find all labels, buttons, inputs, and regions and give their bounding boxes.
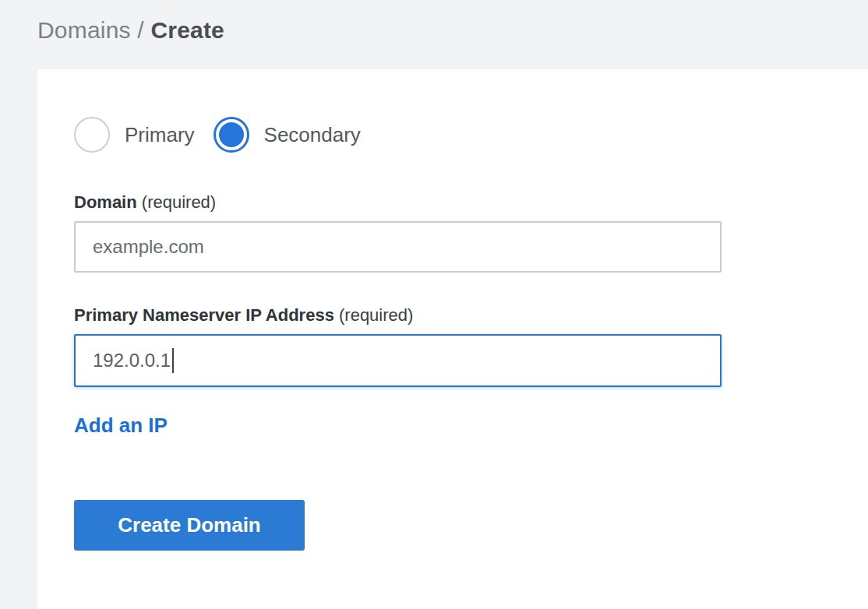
radio-option-primary[interactable]: Primary	[74, 117, 195, 153]
radio-primary-circle-icon[interactable]	[74, 117, 110, 153]
breadcrumb: Domains / Create	[37, 17, 224, 44]
radio-secondary-circle-icon[interactable]	[213, 117, 249, 153]
radio-secondary-label: Secondary	[264, 123, 361, 147]
domain-field-label: Domain (required)	[74, 192, 868, 213]
domain-input[interactable]	[74, 221, 722, 273]
text-cursor	[172, 348, 174, 373]
content-panel: Primary Secondary Domain (required) Prim…	[37, 69, 868, 609]
domain-field-required-hint: (required)	[142, 192, 216, 212]
ip-field: Primary Nameserver IP Address (required)…	[74, 305, 868, 387]
ip-field-label-text: Primary Nameserver IP Address	[74, 305, 334, 325]
ip-input[interactable]: 192.0.0.1	[74, 334, 722, 387]
ip-input-value: 192.0.0.1	[93, 350, 171, 371]
ip-field-label: Primary Nameserver IP Address (required)	[74, 305, 868, 326]
create-domain-button[interactable]: Create Domain	[74, 500, 305, 551]
ip-field-required-hint: (required)	[339, 305, 413, 325]
domain-field: Domain (required)	[74, 192, 868, 273]
breadcrumb-current-page: Create	[150, 17, 224, 43]
domain-type-radio-group: Primary Secondary	[74, 115, 868, 154]
breadcrumb-domains-link[interactable]: Domains /	[37, 17, 150, 43]
radio-primary-label: Primary	[125, 123, 195, 147]
add-ip-link[interactable]: Add an IP	[74, 414, 168, 438]
radio-option-secondary[interactable]: Secondary	[213, 117, 361, 153]
domain-field-label-text: Domain	[74, 192, 137, 212]
